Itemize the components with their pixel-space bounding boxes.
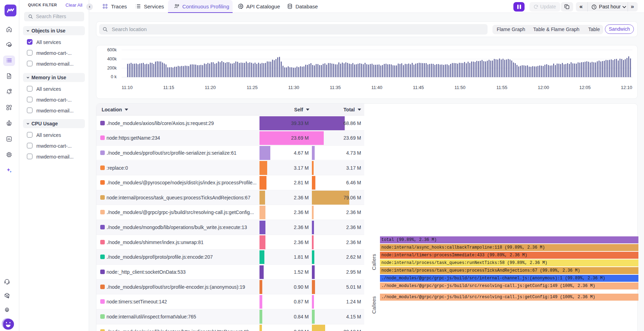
svg-text:600k: 600k: [107, 47, 117, 52]
svg-text:11:20: 11:20: [205, 85, 216, 90]
svg-text:12:05: 12:05: [579, 85, 591, 90]
svg-text:400k: 400k: [107, 57, 117, 61]
svg-text:11:40: 11:40: [371, 85, 382, 90]
svg-text:200k: 200k: [107, 66, 117, 71]
svg-text:11:15: 11:15: [163, 85, 174, 90]
svg-text:11:25: 11:25: [247, 85, 258, 90]
svg-text:0 k: 0 k: [111, 74, 117, 79]
svg-text:11:10: 11:10: [122, 85, 133, 90]
svg-text:11:50: 11:50: [454, 85, 466, 90]
svg-text:11:35: 11:35: [330, 85, 341, 90]
svg-text:11:45: 11:45: [413, 85, 424, 90]
svg-text:12:10: 12:10: [621, 85, 632, 90]
svg-text:11:30: 11:30: [288, 85, 299, 90]
svg-text:12:00: 12:00: [538, 85, 549, 90]
svg-text:11:55: 11:55: [496, 85, 507, 90]
